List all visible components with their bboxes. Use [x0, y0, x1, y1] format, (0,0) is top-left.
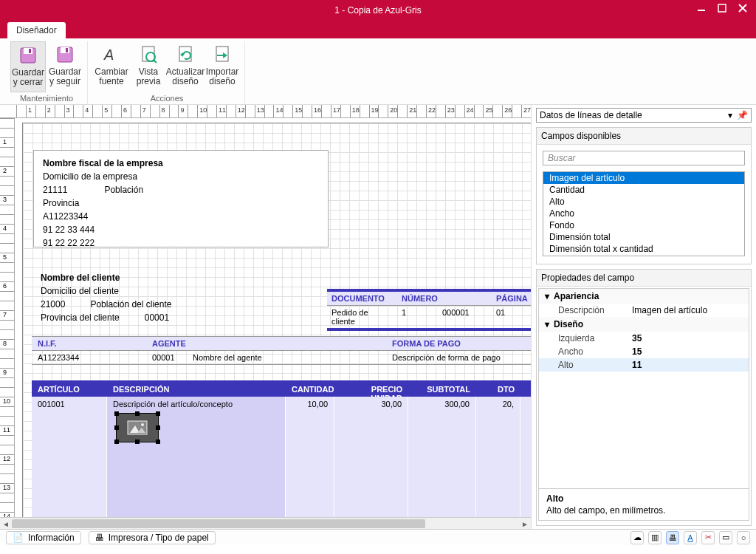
client-zip: 21000 [41, 298, 65, 311]
article-row[interactable]: 001001 Descripción del artículo/concepto… [32, 397, 531, 411]
cambiar-fuente-label: Cambiar fuente [94, 67, 129, 86]
design-paper[interactable]: Nombre fiscal de la empresa Domicilio de… [22, 123, 531, 517]
status-tool-icons: ☁ ▥ 🖶 A ✂ ▭ ○ [630, 531, 750, 544]
tab-designer[interactable]: Diseñador [7, 22, 66, 38]
company-block[interactable]: Nombre fiscal de la empresa Domicilio de… [33, 150, 329, 247]
client-address: Domicilio del cliente [41, 284, 171, 298]
vista-previa-button[interactable]: Vista previa [131, 41, 166, 92]
svg-rect-6 [29, 49, 31, 53]
printer-tab-button[interactable]: 🖶 Impresora / Tipo de papel [89, 531, 216, 544]
article-body-area[interactable] [32, 410, 531, 517]
guardar-seguir-button[interactable]: Guardar y seguir [47, 41, 83, 92]
close-button[interactable] [732, 0, 753, 16]
ribbon-group-mantenimiento: Guardar y cerrar Guardar y seguir Manten… [6, 41, 88, 104]
field-item[interactable]: Dimensión total x cantidad [543, 243, 744, 255]
combo-value: Datos de líneas de detalle [540, 110, 642, 120]
nif-data-row[interactable]: A11223344 00001 Nombre del agente Descri… [32, 351, 531, 365]
collapse-icon: ▾ [545, 319, 549, 329]
field-item[interactable]: Ancho [543, 208, 744, 219]
nif-header-row[interactable]: N.I.F. AGENTE FORMA DE PAGO [32, 336, 531, 351]
svg-rect-16 [216, 47, 228, 61]
nif-val-agente-name: Nombre del agente [187, 351, 386, 364]
field-item[interactable]: Número de bultos [543, 255, 744, 256]
minimize-button[interactable] [691, 0, 712, 16]
tool-icon-cut[interactable]: ✂ [701, 531, 715, 544]
importar-label: Importar diseño [205, 67, 240, 86]
client-city: Población del cliente [90, 298, 171, 311]
guardar-seguir-label: Guardar y seguir [47, 67, 83, 86]
art-val-subtotal: 300,00 [408, 397, 476, 411]
save-continue-icon [55, 44, 75, 65]
company-zip: 21111 [43, 183, 67, 196]
scroll-left-arrow[interactable]: ◄ [0, 518, 12, 529]
chevron-down-icon: ▾ [728, 110, 732, 120]
company-phone1: 91 22 33 444 [43, 223, 319, 236]
field-item[interactable]: Alto [543, 196, 744, 208]
fields-search-input[interactable]: Buscar [543, 151, 745, 165]
art-val-dto: 20, [476, 397, 520, 411]
prop-descripcion[interactable]: DescripciónImagen del artículo [539, 304, 749, 317]
info-tab-button[interactable]: 📄 Información [6, 531, 81, 544]
main-area: 1234567891011121314151617181920212223242… [0, 105, 756, 529]
document-header[interactable]: DOCUMENTO NÚMERO PÁGINA Pedido de client… [327, 289, 531, 331]
import-design-icon [212, 44, 233, 65]
prop-group-diseno[interactable]: ▾Diseño [539, 317, 749, 332]
vista-previa-label: Vista previa [131, 67, 166, 86]
art-val-precio: 30,00 [334, 397, 408, 411]
client-block[interactable]: Nombre del cliente Domicilio del cliente… [41, 271, 171, 324]
scroll-right-arrow[interactable]: ► [519, 518, 531, 529]
field-properties-section: Propiedades del campo ▾Apariencia Descri… [536, 269, 752, 526]
prop-ancho[interactable]: Ancho15 [539, 345, 749, 358]
right-panel: Datos de líneas de detalle▾ 📌 Campos dis… [532, 105, 756, 529]
status-bar: 📄 Información 🖶 Impresora / Tipo de pape… [0, 529, 756, 545]
horizontal-scrollbar[interactable]: ◄ ► [0, 517, 531, 529]
company-city: Población [104, 183, 143, 196]
tool-icon-2[interactable]: ▥ [648, 531, 662, 544]
collapse-icon: ▾ [545, 291, 549, 301]
printer-label: Impresora / Tipo de papel [109, 533, 209, 543]
svg-rect-5 [24, 48, 32, 54]
prop-alto[interactable]: Alto11 [539, 358, 749, 372]
maximize-button[interactable] [712, 0, 732, 16]
cambiar-fuente-button[interactable]: A Cambiar fuente [94, 41, 129, 92]
svg-point-22 [141, 423, 144, 426]
tool-icon-text[interactable]: A [684, 531, 697, 544]
image-placeholder-selected[interactable] [116, 413, 159, 442]
tool-icon-circle[interactable]: ○ [737, 531, 750, 544]
guardar-cerrar-button[interactable]: Guardar y cerrar [10, 41, 46, 92]
svg-line-13 [154, 60, 157, 63]
field-item[interactable]: Fondo [543, 219, 744, 231]
actualizar-diseno-button[interactable]: Actualizar diseño [168, 41, 203, 92]
guardar-cerrar-label: Guardar y cerrar [11, 68, 45, 87]
art-val-desc: Descripción del artículo/concepto [107, 397, 286, 411]
property-help: Alto Alto del campo, en milímetros. [539, 488, 749, 520]
pin-icon[interactable]: 📌 [737, 110, 748, 120]
data-section-combo[interactable]: Datos de líneas de detalle▾ 📌 [536, 108, 752, 123]
client-name: Nombre del cliente [41, 271, 171, 284]
tool-icon-rect[interactable]: ▭ [719, 531, 732, 544]
svg-rect-1 [718, 4, 726, 12]
save-close-icon [18, 45, 38, 66]
refresh-design-icon [175, 44, 196, 65]
ribbon: Guardar y cerrar Guardar y seguir Manten… [0, 38, 756, 105]
field-item[interactable]: Dimensión total [543, 231, 744, 243]
group-acciones-label: Acciones [94, 92, 240, 104]
field-item[interactable]: Cantidad [543, 184, 744, 196]
paper-scroll-area[interactable]: Nombre fiscal de la empresa Domicilio de… [15, 118, 531, 517]
canvas-area: 1234567891011121314151617181920212223242… [0, 105, 532, 529]
svg-text:A: A [103, 47, 114, 63]
prop-izquierda[interactable]: Izquierda35 [539, 332, 749, 345]
importar-diseno-button[interactable]: Importar diseño [205, 41, 240, 92]
nif-head-forma: FORMA DE PAGO [386, 337, 531, 350]
tool-icon-1[interactable]: ☁ [630, 531, 644, 544]
field-list[interactable]: Imagen del artículoCantidadAltoAnchoFond… [543, 171, 745, 256]
doc-val-pagina: 01 [492, 306, 531, 328]
field-item[interactable]: Imagen del artículo [543, 172, 744, 184]
scroll-thumb[interactable] [12, 519, 425, 528]
svg-rect-9 [66, 48, 68, 52]
window-controls [691, 0, 753, 16]
tool-icon-3[interactable]: 🖶 [666, 531, 679, 544]
nif-val-nif: A11223344 [32, 351, 146, 364]
prop-group-apariencia[interactable]: ▾Apariencia [539, 289, 749, 304]
font-icon: A [101, 44, 122, 65]
